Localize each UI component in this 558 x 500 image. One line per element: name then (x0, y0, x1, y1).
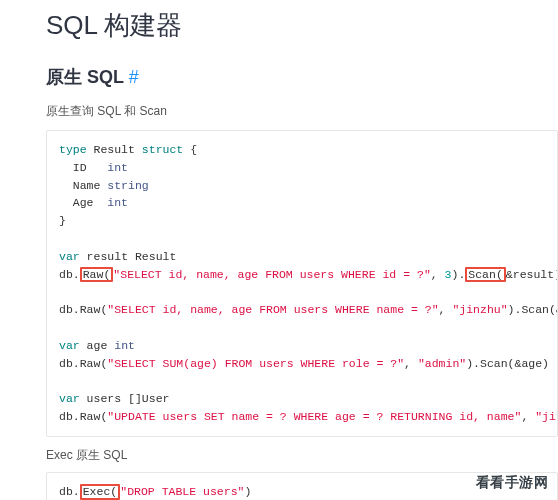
code-token: } (59, 214, 66, 227)
section-subtitle-exec: Exec 原生 SQL (46, 447, 558, 464)
code-token: age (80, 339, 115, 352)
code-token: int (114, 339, 135, 352)
code-token: ).Scan(&result) (508, 303, 558, 316)
code-token: , (404, 357, 418, 370)
code-token: db.Raw( (59, 410, 107, 423)
highlight-box-raw: Raw( (80, 267, 114, 283)
watermark: 看看手游网 (476, 474, 549, 492)
code-token: 3 (445, 268, 452, 281)
code-token: db.Raw( (59, 303, 107, 316)
code-token: "UPDATE users SET name = ? WHERE age = ?… (107, 410, 521, 423)
code-token: &result) (506, 268, 558, 281)
section-anchor-link[interactable]: # (129, 67, 139, 87)
code-token: , (431, 268, 445, 281)
code-token: Name (59, 179, 107, 192)
code-token: "SELECT id, name, age FROM users WHERE n… (107, 303, 438, 316)
code-token: { (183, 143, 197, 156)
section-subtitle: 原生查询 SQL 和 Scan (46, 103, 558, 120)
page-title: SQL 构建器 (46, 8, 558, 43)
code-token: users []User (80, 392, 170, 405)
code-token: "jinzhu" (452, 303, 507, 316)
code-token: "SELECT id, name, age FROM users WHERE i… (113, 268, 430, 281)
highlight-box-scan: Scan( (465, 267, 506, 283)
section-heading: 原生 SQL # (46, 65, 558, 89)
code-token: struct (142, 143, 183, 156)
code-token: string (107, 179, 148, 192)
code-token: var (59, 250, 80, 263)
code-token: "SELECT SUM(age) FROM users WHERE role =… (107, 357, 404, 370)
code-token: var (59, 339, 80, 352)
code-token: "DROP TABLE users" (120, 485, 244, 498)
code-token: result Result (80, 250, 177, 263)
code-token: , (439, 303, 453, 316)
code-token: ) (244, 485, 251, 498)
code-token: Result (87, 143, 142, 156)
code-token: db. (59, 485, 80, 498)
section-heading-text: 原生 SQL (46, 67, 124, 87)
code-token: Age (59, 196, 107, 209)
highlight-box-exec: Exec( (80, 484, 121, 500)
code-token: , (521, 410, 535, 423)
code-token: db. (59, 268, 80, 281)
code-token: db.Raw( (59, 357, 107, 370)
code-token: "jinzhu" (535, 410, 558, 423)
code-token: type (59, 143, 87, 156)
code-token: int (107, 161, 128, 174)
code-token: var (59, 392, 80, 405)
code-block-raw-sql: type Result struct { ID int Name string … (46, 130, 558, 437)
code-token: int (107, 196, 128, 209)
code-token: ). (452, 268, 466, 281)
code-token: ).Scan(&age) (466, 357, 549, 370)
code-token: ID (59, 161, 107, 174)
code-token: "admin" (418, 357, 466, 370)
